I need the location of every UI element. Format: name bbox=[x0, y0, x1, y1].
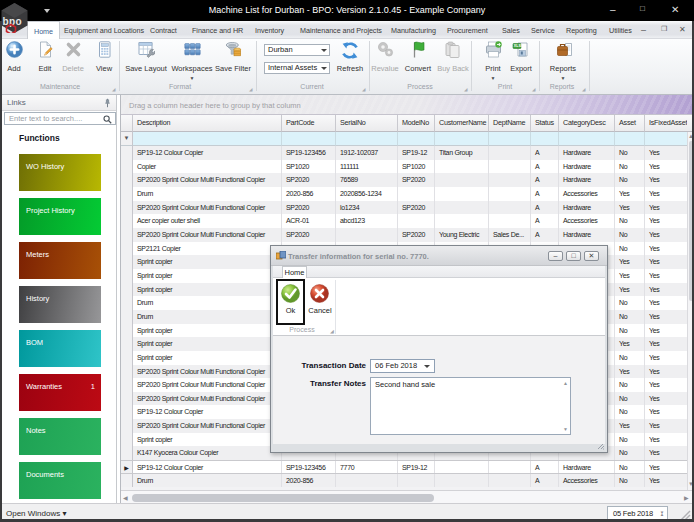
svg-text:XLSX: XLSX bbox=[514, 44, 524, 48]
